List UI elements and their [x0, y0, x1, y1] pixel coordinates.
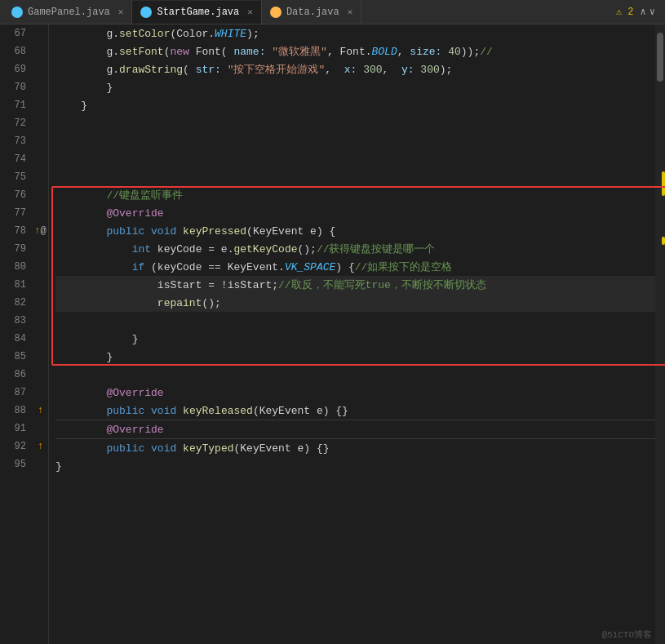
gutter-icon-area: ↑ [33, 441, 48, 452]
gutter-row: 76 [0, 186, 48, 204]
gutter-row: 81 [0, 276, 48, 294]
code-line: g.setColor(Color.WHITE); [55, 24, 655, 42]
code-line: @Override [55, 420, 655, 438]
indent [55, 225, 106, 238]
line-number: 68 [0, 46, 33, 57]
code-line: public void keyTyped(KeyEvent e) {} [55, 439, 655, 457]
scrollbar-thumb[interactable] [657, 33, 663, 82]
line-number: 77 [0, 207, 33, 219]
scrollbar[interactable] [655, 24, 665, 644]
line-number: 73 [0, 135, 33, 147]
indent [55, 442, 106, 455]
indent [55, 261, 132, 273]
code-content[interactable]: g.setColor(Color.WHITE); g.setFont(new F… [49, 24, 655, 644]
tab-gamepanel[interactable]: GamePanel.java ✕ [3, 1, 132, 24]
indent [55, 64, 106, 76]
line-number: 74 [0, 153, 33, 165]
indent [55, 189, 106, 202]
line-number: 72 [0, 118, 33, 129]
line-number: 70 [0, 82, 33, 93]
gutter-row: 71 [0, 96, 48, 114]
gutter-row: 74 [0, 150, 48, 168]
yellow-indicator2 [662, 237, 665, 245]
code-line: } [55, 78, 655, 96]
code-text: } [132, 333, 139, 345]
code-text: g.drawString( str: "按下空格开始游戏", x: 300, y… [106, 62, 452, 77]
code-text: } [106, 82, 113, 94]
indent [55, 100, 81, 112]
gutter-row: 73 [0, 132, 48, 150]
nav-arrows[interactable]: ∧ ∨ [641, 6, 655, 18]
tab-close-data[interactable]: ✕ [348, 7, 353, 17]
gutter-row: 80 [0, 258, 48, 276]
gutter-row: 82 [0, 294, 48, 312]
gutter-row: 92↑ [0, 437, 48, 455]
line-number: 79 [0, 243, 33, 255]
gutter-row: 67 [0, 24, 48, 42]
gutter-row: 87 [0, 384, 48, 402]
code-line [55, 132, 655, 150]
gutter-row: 72 [0, 114, 48, 132]
line-number: 75 [0, 171, 33, 183]
line-number: 76 [0, 189, 33, 201]
gutter-row: 85 [0, 348, 48, 366]
tab-close-gamepanel[interactable]: ✕ [118, 7, 124, 17]
tab-data[interactable]: Data.java ✕ [262, 1, 361, 24]
code-line: repaint(); [55, 294, 655, 312]
code-line: if (keyCode == KeyEvent.VK_SPACE) {//如果按… [55, 258, 655, 276]
line-number: 86 [0, 369, 33, 380]
code-line: int keyCode = e.getKeyCode();//获得键盘按键是哪一… [55, 240, 655, 258]
code-text: repaint(); [157, 297, 221, 309]
gutter-row: 69 [0, 60, 48, 78]
code-text: isStart = !isStart;//取反，不能写死true，不断按不断切状… [157, 278, 486, 292]
at-icon: @ [41, 225, 47, 237]
indent [55, 405, 106, 417]
indent [55, 333, 132, 345]
tab-close-startgame[interactable]: ✕ [247, 7, 253, 17]
gutter-row: 95 [0, 455, 48, 473]
code-line [55, 150, 655, 168]
yellow-indicator [662, 171, 665, 196]
code-line [55, 366, 655, 384]
code-line [55, 312, 655, 330]
line-number: 88 [0, 405, 33, 416]
tab-bar: GamePanel.java ✕ StartGame.java ✕ Data.j… [0, 0, 665, 24]
indent [55, 243, 132, 255]
watermark: @51CTO博客 [601, 628, 652, 641]
up-arrow-icon: ↑ [34, 225, 40, 237]
line-number: 67 [0, 28, 33, 39]
gutter-row: 88↑ [0, 402, 48, 420]
line-number: 78 [0, 225, 33, 237]
code-line: isStart = !isStart;//取反，不能写死true，不断按不断切状… [55, 276, 655, 294]
code-line [55, 114, 655, 132]
line-number: 83 [0, 315, 33, 326]
line-number: 91 [0, 423, 33, 434]
tab-label-gamepanel: GamePanel.java [28, 7, 110, 18]
line-number: 92 [0, 441, 33, 452]
nav-up-arrow[interactable]: ∧ [641, 6, 646, 18]
code-text: @Override [106, 387, 163, 399]
code-text: @Override [106, 424, 163, 436]
code-line: g.drawString( str: "按下空格开始游戏", x: 300, y… [55, 60, 655, 78]
gutter-row: 83 [0, 312, 48, 330]
code-line: public void keyPressed(KeyEvent e) { [55, 222, 655, 240]
tab-startgame[interactable]: StartGame.java ✕ [132, 1, 261, 24]
code-line: @Override [55, 204, 655, 222]
up-arrow-icon: ↑ [38, 441, 43, 452]
code-text: } [106, 351, 113, 363]
gutter: 676869707172737475767778↑@79808182838485… [0, 24, 49, 644]
code-text: public void keyTyped(KeyEvent e) {} [106, 442, 329, 455]
code-text: int keyCode = e.getKeyCode();//获得键盘按键是哪一… [132, 242, 436, 256]
gutter-row: 86 [0, 366, 48, 384]
indent [55, 279, 157, 291]
nav-down-arrow[interactable]: ∨ [649, 6, 655, 18]
code-area: 676869707172737475767778↑@79808182838485… [0, 24, 665, 644]
line-number: 69 [0, 64, 33, 75]
code-line: g.setFont(new Font( name: "微软雅黑", Font.B… [55, 42, 655, 60]
code-text: public void keyReleased(KeyEvent e) {} [106, 405, 348, 417]
indent [55, 28, 106, 40]
code-text: @Override [106, 207, 163, 220]
gutter-icon-area: ↑ [33, 405, 48, 416]
code-text: public void keyPressed(KeyEvent e) { [106, 225, 335, 238]
indent [55, 297, 157, 309]
